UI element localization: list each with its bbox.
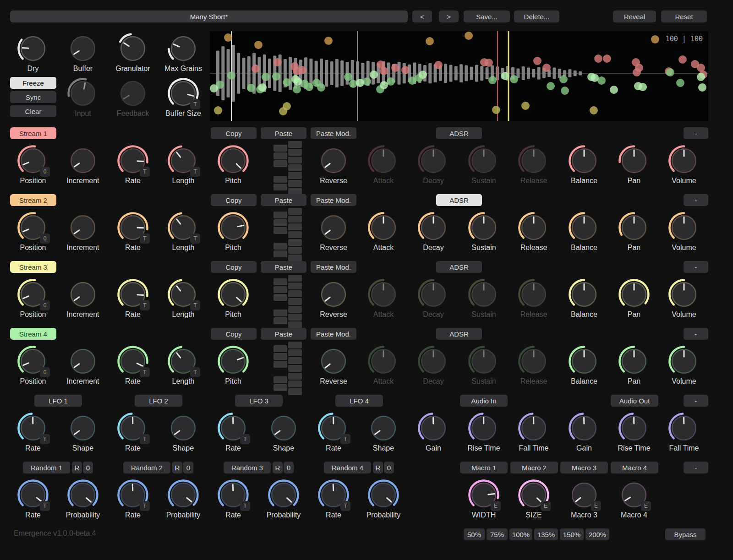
macro-1-button[interactable]: Macro 1	[460, 462, 508, 473]
preset-selector[interactable]: Many Short*	[10, 11, 408, 22]
stream-4-release-knob[interactable]	[517, 345, 550, 378]
stream-2-pitch-keyboard-black-key[interactable]	[274, 243, 287, 250]
lfo-3-shape-knob[interactable]	[267, 412, 300, 445]
bypass-button[interactable]: Bypass	[665, 528, 706, 540]
stream-4-pitch-knob[interactable]	[217, 345, 250, 378]
stream-3-pitch-keyboard-black-key[interactable]	[274, 310, 287, 316]
stream-2-paste-mod-button[interactable]: Paste Mod.	[311, 194, 356, 206]
stream-2-decay-knob[interactable]	[417, 211, 450, 244]
random-4-button[interactable]: Random 4	[324, 462, 371, 473]
lfo-1-shape-knob[interactable]	[66, 412, 99, 445]
lfo-4-shape-knob[interactable]	[367, 412, 400, 445]
stream-2-collapse-button[interactable]: -	[684, 194, 708, 206]
master-input-knob[interactable]	[66, 77, 99, 110]
lfo-1-rate-tempo-badge[interactable]: T	[40, 434, 50, 444]
stream-4-volume-knob[interactable]	[667, 345, 700, 378]
freeze-button[interactable]: Freeze	[10, 77, 56, 89]
stream-3-pitch-keyboard-white-key[interactable]	[288, 290, 302, 297]
stream-2-paste-button[interactable]: Paste	[261, 194, 306, 206]
stream-1-pitch-keyboard-white-key[interactable]	[288, 188, 302, 195]
stream-3-pitch-keyboard-black-key[interactable]	[274, 317, 287, 324]
stream-3-volume-knob[interactable]	[667, 278, 700, 311]
stream-3-length-tempo-badge[interactable]: T	[190, 300, 200, 310]
stream-3-paste-mod-button[interactable]: Paste Mod.	[311, 261, 356, 273]
macro-3-button[interactable]: Macro 3	[560, 462, 608, 473]
master-max-grains-knob[interactable]	[167, 32, 200, 65]
random-3-button[interactable]: Random 3	[224, 462, 271, 473]
stream-3-adsr-button[interactable]: ADSR	[436, 261, 482, 273]
stream-3-button[interactable]: Stream 3	[10, 261, 56, 273]
stream-1-pitch-keyboard-black-key[interactable]	[274, 176, 287, 183]
stream-3-pitch-keyboard-white-key[interactable]	[288, 283, 302, 289]
random-2-zero-button[interactable]: 0	[183, 462, 193, 473]
lfo-4-button[interactable]: LFO 4	[335, 395, 383, 407]
stream-4-pitch-keyboard-white-key[interactable]	[288, 357, 302, 364]
master-dry-knob[interactable]	[16, 32, 49, 65]
clear-button[interactable]: Clear	[10, 105, 56, 117]
stream-2-increment-knob[interactable]	[66, 211, 99, 244]
stream-4-pitch-keyboard-white-key[interactable]	[288, 342, 302, 348]
stream-3-increment-knob[interactable]	[66, 278, 99, 311]
stream-3-pitch-keyboard-white-key[interactable]	[288, 298, 302, 305]
stream-4-pitch-keyboard[interactable]	[274, 342, 303, 396]
stream-2-pitch-keyboard-white-key[interactable]	[288, 216, 302, 223]
stream-3-collapse-button[interactable]: -	[684, 261, 708, 273]
lfo-2-shape-knob[interactable]	[167, 412, 200, 445]
stream-3-copy-button[interactable]: Copy	[211, 261, 257, 273]
waveform-canvas[interactable]	[210, 31, 708, 121]
stream-3-pitch-keyboard-black-key[interactable]	[274, 278, 287, 285]
stream-2-pitch-keyboard-black-key[interactable]	[274, 227, 287, 234]
stream-3-pitch-keyboard-white-key[interactable]	[288, 306, 302, 313]
stream-4-pan-knob[interactable]	[618, 345, 651, 378]
stream-4-increment-knob[interactable]	[66, 345, 99, 378]
random-4-probability-knob[interactable]	[367, 478, 400, 511]
zoom-50-button[interactable]: 50%	[464, 528, 485, 540]
stream-4-pitch-keyboard-white-key[interactable]	[288, 349, 302, 356]
zoom-100-button[interactable]: 100%	[509, 528, 532, 540]
stream-3-release-knob[interactable]	[517, 278, 550, 311]
stream-1-pitch-keyboard-black-key[interactable]	[274, 145, 287, 152]
stream-3-decay-knob[interactable]	[417, 278, 450, 311]
stream-4-paste-button[interactable]: Paste	[261, 328, 306, 340]
random-1-zero-button[interactable]: 0	[83, 462, 93, 473]
stream-1-pitch-keyboard-white-key[interactable]	[288, 172, 302, 179]
stream-4-adsr-button[interactable]: ADSR	[436, 328, 482, 340]
stream-2-button[interactable]: Stream 2	[10, 194, 56, 206]
stream-2-pitch-knob[interactable]	[217, 211, 250, 244]
stream-3-attack-knob[interactable]	[367, 278, 400, 311]
stream-1-reverse-knob[interactable]	[317, 144, 350, 177]
random-3-probability-knob[interactable]	[267, 478, 300, 511]
stream-4-collapse-button[interactable]: -	[684, 328, 708, 340]
audio-out-button[interactable]: Audio Out	[611, 395, 658, 407]
stream-2-pan-knob[interactable]	[618, 211, 651, 244]
stream-2-pitch-keyboard-white-key[interactable]	[288, 231, 302, 238]
stream-1-pitch-keyboard-white-key[interactable]	[288, 149, 302, 156]
stream-4-pitch-keyboard-black-key[interactable]	[274, 361, 287, 368]
stream-1-position-zero-badge[interactable]: 0	[40, 167, 50, 177]
stream-4-reverse-knob[interactable]	[317, 345, 350, 378]
lfo-1-button[interactable]: LFO 1	[34, 395, 82, 407]
stream-1-adsr-button[interactable]: ADSR	[436, 127, 482, 139]
random-4-rate-tempo-badge[interactable]: T	[340, 501, 350, 511]
audio-collapse-button[interactable]: -	[684, 395, 708, 407]
stream-4-pitch-keyboard-white-key[interactable]	[288, 388, 302, 395]
macro-4-button[interactable]: Macro 4	[611, 462, 658, 473]
stream-4-pitch-keyboard-black-key[interactable]	[274, 345, 287, 352]
audio-in-button[interactable]: Audio In	[460, 395, 508, 407]
stream-1-pitch-keyboard-white-key[interactable]	[288, 164, 302, 171]
stream-4-pitch-keyboard-white-key[interactable]	[288, 373, 302, 380]
stream-2-pitch-keyboard[interactable]	[274, 208, 303, 262]
stream-2-pitch-keyboard-white-key[interactable]	[288, 223, 302, 230]
stream-1-pitch-keyboard[interactable]	[274, 141, 303, 195]
stream-4-sustain-knob[interactable]	[467, 345, 500, 378]
stream-1-attack-knob[interactable]	[367, 144, 400, 177]
zoom-135-button[interactable]: 135%	[534, 528, 558, 540]
audio-out-fall-time-knob[interactable]	[667, 412, 700, 445]
master-granulator-knob[interactable]	[116, 32, 149, 65]
macro-macro-3-edit-badge[interactable]: E	[591, 501, 601, 511]
stream-3-rate-tempo-badge[interactable]: T	[140, 300, 150, 310]
macro-width-edit-badge[interactable]: E	[491, 501, 501, 511]
stream-1-copy-button[interactable]: Copy	[211, 127, 257, 139]
stream-2-reverse-knob[interactable]	[317, 211, 350, 244]
next-preset-button[interactable]: >	[439, 11, 459, 22]
